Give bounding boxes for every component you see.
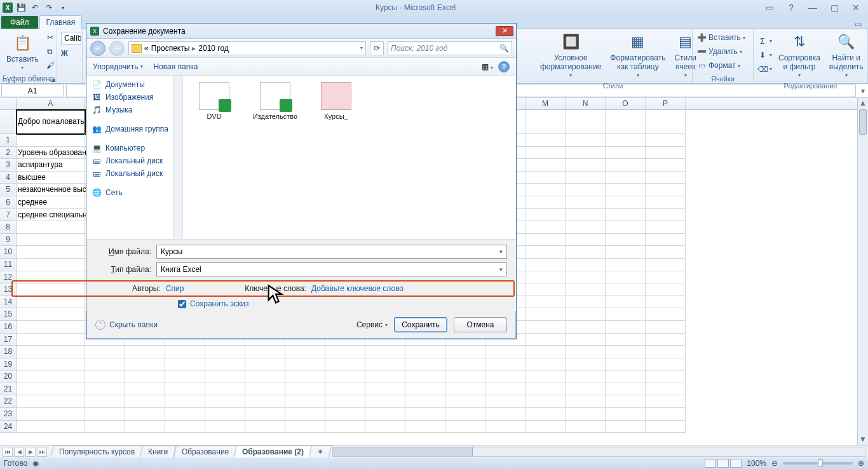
cell[interactable]	[285, 358, 325, 371]
cell[interactable]	[566, 110, 606, 134]
qat-save-icon[interactable]: 💾	[15, 2, 27, 13]
cell[interactable]	[526, 134, 566, 147]
cell[interactable]	[405, 370, 445, 383]
file-item[interactable]: DVD	[192, 82, 236, 121]
cell[interactable]	[485, 395, 526, 408]
sheet-tab[interactable]: Образование	[173, 445, 237, 458]
filename-dropdown-icon[interactable]: ▾	[499, 245, 503, 258]
cell[interactable]	[646, 147, 686, 160]
cell[interactable]	[85, 408, 125, 421]
cell[interactable]	[606, 110, 646, 134]
ribbon-min-icon[interactable]: ▭	[855, 20, 862, 29]
cell[interactable]	[245, 358, 285, 371]
cell[interactable]	[165, 370, 205, 383]
vertical-scrollbar[interactable]: ▲ ▼	[857, 98, 868, 445]
view-pagebreak-icon[interactable]	[730, 459, 742, 468]
macro-record-icon[interactable]: ◉	[32, 459, 39, 468]
cell[interactable]	[646, 234, 686, 247]
cell[interactable]	[325, 358, 365, 371]
cell[interactable]	[245, 370, 285, 383]
sheet-nav-button[interactable]: ⏭	[37, 447, 47, 457]
cell[interactable]	[606, 159, 646, 172]
row-header[interactable]	[0, 110, 17, 134]
tags-value[interactable]: Добавьте ключевое слово	[311, 284, 403, 293]
cell[interactable]	[365, 346, 405, 358]
organize-button[interactable]: Упорядочить▾	[93, 62, 143, 71]
insert-button[interactable]: ➕Вставить▾	[696, 31, 745, 44]
cell[interactable]	[606, 134, 646, 147]
cell[interactable]	[606, 246, 646, 259]
cell[interactable]	[646, 159, 686, 172]
cell[interactable]	[606, 346, 646, 358]
row-header[interactable]: 17	[0, 334, 17, 346]
cell[interactable]	[526, 184, 566, 196]
cell[interactable]	[566, 283, 606, 296]
cell[interactable]	[526, 159, 566, 172]
cell[interactable]	[445, 346, 485, 358]
cell[interactable]	[526, 246, 566, 259]
cell[interactable]	[566, 383, 606, 396]
nav-back-button[interactable]: ←	[90, 41, 105, 56]
save-thumbnail-label[interactable]: Сохранить эскиз	[190, 299, 249, 308]
cell[interactable]	[566, 271, 606, 284]
row-header[interactable]: 6	[0, 196, 17, 209]
cell[interactable]	[606, 209, 646, 222]
dialog-close-button[interactable]: ✕	[496, 26, 513, 36]
row-header[interactable]: 1	[0, 134, 17, 147]
row-header[interactable]: 15	[0, 308, 17, 321]
sheet-nav-button[interactable]: ◀	[14, 447, 24, 457]
fill-button[interactable]: ⬇▾	[757, 49, 772, 62]
col-header-A[interactable]: A	[17, 98, 85, 109]
cell[interactable]	[566, 395, 606, 408]
tree-item[interactable]: 👥Домашняя группа	[86, 123, 182, 135]
cell[interactable]	[646, 209, 686, 222]
save-button[interactable]: Сохранить	[394, 317, 447, 332]
cell[interactable]	[17, 246, 85, 259]
cell[interactable]	[17, 321, 85, 334]
tab-home[interactable]: Главная	[39, 15, 83, 29]
cell[interactable]	[365, 421, 405, 433]
cell[interactable]	[485, 421, 526, 433]
cell[interactable]	[445, 395, 485, 408]
file-item[interactable]: Курсы_	[314, 82, 358, 121]
cell[interactable]	[125, 346, 165, 358]
clear-button[interactable]: ⌫▾	[757, 63, 772, 76]
search-icon[interactable]: 🔍	[499, 44, 509, 53]
sheet-nav-button[interactable]: ⏮	[3, 447, 13, 457]
cell[interactable]	[526, 209, 566, 222]
cell[interactable]	[17, 134, 85, 147]
cell[interactable]	[646, 421, 686, 433]
zoom-knob[interactable]	[818, 459, 823, 467]
search-input[interactable]: Поиск: 2010 год 🔍	[388, 41, 512, 55]
cell[interactable]: среднее специальное	[17, 209, 85, 222]
sort-filter-button[interactable]: ⇅ Сортировка и фильтр▾	[776, 31, 823, 79]
hide-folders-button[interactable]: ˄Скрыть папки	[95, 320, 158, 330]
cell[interactable]	[526, 271, 566, 284]
cell[interactable]	[606, 271, 646, 284]
cell[interactable]	[566, 147, 606, 160]
format-button[interactable]: ▭Формат▾	[696, 59, 745, 72]
cell[interactable]	[526, 358, 566, 371]
nav-forward-button[interactable]: →	[109, 41, 125, 56]
cell[interactable]	[646, 334, 686, 346]
cell[interactable]	[646, 358, 686, 371]
cell[interactable]	[566, 334, 606, 346]
cell[interactable]	[566, 134, 606, 147]
cell[interactable]	[526, 259, 566, 271]
cell[interactable]	[566, 370, 606, 383]
select-all-corner[interactable]	[0, 98, 17, 109]
breadcrumb[interactable]: « Проспекты ▸ 2010 год ▾	[128, 41, 366, 55]
cell[interactable]	[646, 296, 686, 309]
cell[interactable]: среднее	[17, 196, 85, 209]
minimize-ribbon-icon[interactable]: ▭	[763, 3, 776, 13]
cell[interactable]	[325, 370, 365, 383]
cell[interactable]: незаконченное высшее	[17, 184, 85, 196]
row-header[interactable]: 4	[0, 172, 17, 184]
cell[interactable]	[365, 370, 405, 383]
cell[interactable]	[405, 358, 445, 371]
cell[interactable]	[566, 209, 606, 222]
cell[interactable]	[17, 408, 85, 421]
bold-button[interactable]: Ж	[61, 47, 68, 60]
cell[interactable]	[285, 383, 325, 396]
cell[interactable]	[646, 221, 686, 234]
